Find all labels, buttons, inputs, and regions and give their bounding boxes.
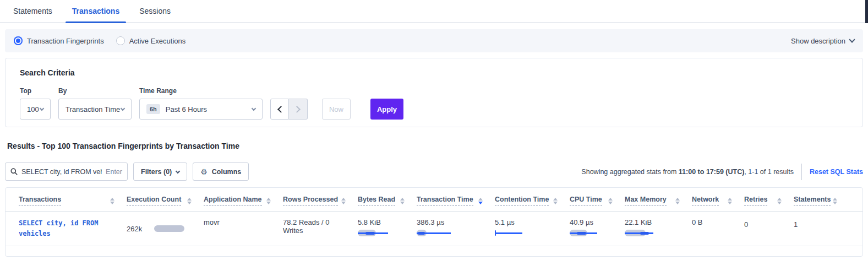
time-range-select[interactable]: 6h Past 6 Hours [139,99,263,120]
sort-arrows-icon[interactable] [833,198,837,204]
by-select[interactable]: Transaction Time [58,99,132,120]
contention-time-bar [495,230,533,236]
window-edge-artifact [865,0,868,23]
show-description-label: Show description [791,37,845,45]
column-header-execution-count: Execution Count [127,188,204,211]
radio-selected-icon [14,36,23,45]
column-label[interactable]: Execution Count [127,196,181,206]
column-header-rows-processed: Rows Processed [283,188,358,211]
bytes-read-bar [358,230,396,236]
column-label[interactable]: Statements [794,196,831,206]
transaction-time-bar [417,230,455,236]
application-name-value: movr [204,218,220,226]
column-label[interactable]: Rows Processed [283,196,338,206]
column-header-retries: Retries [744,188,794,211]
chevron-down-icon [121,106,125,111]
sort-arrows-icon[interactable] [675,198,680,204]
max-memory-cell: 22.1 KiB [625,212,692,246]
time-range-label: Time Range [139,87,263,95]
tab-transactions[interactable]: Transactions [65,0,126,23]
results-heading: Results - Top 100 Transaction Fingerprin… [7,142,868,150]
search-criteria-controls: Top 100 By Transaction Time Time Range 6… [20,87,848,120]
column-header-max-memory: Max Memory [625,188,692,211]
search-icon [10,168,18,175]
column-header-statements: Statements [794,188,849,211]
rows-processed-value: 78.2 Reads / 0 Writes [283,218,330,235]
column-header-transactions: Transactions [19,188,127,211]
column-header-transaction-time: Transaction Time [417,188,495,211]
show-description-toggle[interactable]: Show description [791,37,854,45]
tab-statements[interactable]: Statements [7,0,59,23]
column-label[interactable]: Transactions [19,196,61,206]
column-label[interactable]: Contention Time [495,196,549,206]
cpu-time-bar [570,230,608,236]
results-toolbar: Enter Filters (0) ⚙ Columns Showing aggr… [5,162,863,181]
column-label[interactable]: Max Memory [625,196,667,206]
top-select[interactable]: 100 [20,99,51,120]
column-label[interactable]: CPU Time [570,196,602,206]
radio-active-executions[interactable]: Active Executions [116,36,186,45]
columns-button[interactable]: ⚙ Columns [193,162,249,181]
chevron-right-icon [293,106,301,113]
radio-unselected-icon [116,36,125,45]
time-next-button[interactable] [289,99,308,120]
chevron-down-icon [849,36,855,42]
time-prev-button[interactable] [270,99,289,120]
by-field: By Transaction Time [58,87,132,120]
columns-button-label: Columns [212,168,241,176]
by-select-value: Transaction Time [65,105,120,113]
by-field-label: By [58,87,132,95]
contention-time-cell: 5.1 µs [495,212,570,246]
sort-arrows-icon[interactable] [553,198,558,204]
apply-button[interactable]: Apply [370,99,403,120]
aggregated-stats-text: Showing aggregated stats from 11:00 to 1… [581,168,794,176]
tab-sessions[interactable]: Sessions [133,0,177,23]
max-memory-bar [625,230,663,236]
bytes-read-value: 5.8 KiB [358,218,405,226]
toolbar-divider [801,164,802,180]
search-input[interactable] [21,168,102,176]
column-header-contention-time: Contention Time [495,188,570,211]
search-criteria-panel: Search Criteria Top 100 By Transaction T… [5,58,863,127]
stats-prefix: Showing aggregated stats from [581,168,679,176]
column-label[interactable]: Bytes Read [358,196,395,206]
sort-arrows-icon[interactable] [478,198,483,204]
max-memory-value: 22.1 KiB [625,218,680,226]
search-box[interactable]: Enter [5,162,128,181]
now-button[interactable]: Now [322,99,351,120]
cpu-time-cell: 40.9 µs [570,212,625,246]
contention-time-value: 5.1 µs [495,218,558,226]
sort-arrows-icon[interactable] [400,198,405,204]
view-toggle-strip: Transaction Fingerprints Active Executio… [5,29,863,52]
transaction-fingerprint-link[interactable]: SELECT city, id FROM vehicles [19,219,99,237]
sort-arrows-icon[interactable] [777,198,782,204]
top-select-value: 100 [27,105,39,113]
sort-arrows-icon[interactable] [728,198,732,204]
radio-transaction-fingerprints[interactable]: Transaction Fingerprints [14,36,104,45]
bytes-read-cell: 5.8 KiB [358,212,417,246]
filters-button-label: Filters (0) [141,168,172,176]
sort-arrows-icon[interactable] [187,198,192,204]
filters-button[interactable]: Filters (0) [133,162,187,181]
top-field: Top 100 [20,87,51,120]
sort-arrows-icon[interactable] [110,198,114,204]
column-label[interactable]: Retries [744,196,767,206]
network-value: 0 B [692,218,703,226]
sort-arrows-icon[interactable] [266,198,271,204]
column-header-bytes-read: Bytes Read [358,188,417,211]
chevron-down-icon [176,169,180,173]
page-tabbar: Statements Transactions Sessions [0,0,868,23]
chevron-down-icon [252,106,256,111]
search-enter-hint[interactable]: Enter [106,168,122,176]
sort-arrows-icon[interactable] [608,198,613,204]
column-label[interactable]: Network [692,196,719,206]
cpu-time-value: 40.9 µs [570,218,613,226]
sort-arrows-icon[interactable] [341,198,346,204]
top-field-label: Top [20,87,51,95]
search-criteria-title: Search Criteria [20,68,848,77]
radio-active-executions-label: Active Executions [129,37,186,45]
reset-sql-stats-link[interactable]: Reset SQL Stats [810,168,863,176]
transaction-time-value: 386.3 µs [417,218,483,226]
column-label[interactable]: Transaction Time [417,196,473,206]
column-label[interactable]: Application Name [204,196,262,206]
